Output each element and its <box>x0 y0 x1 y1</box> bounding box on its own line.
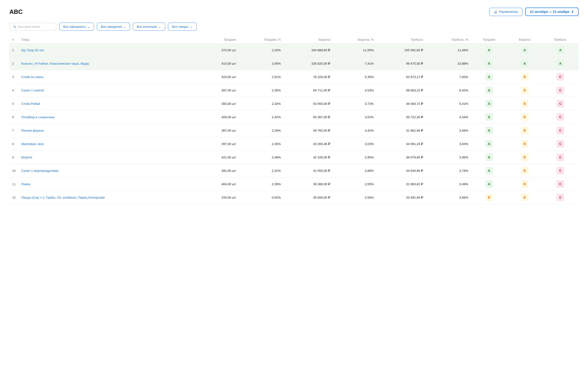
cell-profit-pct: 5,41% <box>426 97 471 110</box>
cell-sales-pct: 2,45% <box>239 57 284 70</box>
col-profit-pct: Прибыль, % <box>426 36 471 43</box>
filter-venues[interactable]: Все заведения <box>97 22 130 31</box>
filters-row: Быстрый поиск Все официанты Все заведени… <box>10 22 578 31</box>
cell-num: 9 <box>10 151 18 164</box>
cell-product[interactable]: Пицца (Сыр × 2, Грибы, Ох. колбаски, Пер… <box>18 191 198 204</box>
cell-revenue: 53 055,00 ₽ <box>284 97 333 110</box>
cell-revenue-pct: 3,42% <box>333 124 376 137</box>
cell-sales-pct: 2,35% <box>239 137 284 151</box>
cell-num: 1 <box>10 43 18 57</box>
cell-abc-profit: C <box>542 151 578 164</box>
search-icon <box>13 25 16 28</box>
table-row: 6 Пломбир в стаканчике 409,00 шт 2,42% 5… <box>10 110 578 124</box>
cell-revenue-pct: 3,52% <box>333 110 376 124</box>
cell-profit-pct: 3,48% <box>426 124 471 137</box>
cell-abc-profit: C <box>542 164 578 178</box>
cell-profit: 39 722,30 ₽ <box>376 110 426 124</box>
cell-abc-profit: C <box>542 178 578 191</box>
table-row: 10 Салат с морепродуктами 391,00 шт 2,31… <box>10 164 578 178</box>
cell-profit-pct: 3,79% <box>426 164 471 178</box>
cell-product[interactable]: Салат с семгой <box>18 84 198 97</box>
table-row: 11 Рожок 404,00 шт 2,39% 36 360,00 ₽ 2,5… <box>10 178 578 191</box>
cell-profit: 34 991,24 ₽ <box>376 137 426 151</box>
cell-profit: 63 973,17 ₽ <box>376 70 426 84</box>
cell-sales-qty: 387,00 шт <box>198 124 239 137</box>
cell-sales-pct: 2,29% <box>239 124 284 137</box>
cell-abc-sales: A <box>471 110 507 124</box>
cell-sales-qty: 424,00 шт <box>198 70 239 84</box>
cell-product[interactable]: Borjomi <box>18 151 198 164</box>
col-num: # <box>10 36 18 43</box>
search-box[interactable]: Быстрый поиск <box>10 23 56 31</box>
cell-sales-pct: 2,39% <box>239 178 284 191</box>
table-row: 4 Салат с семгой 397,00 шт 2,35% 64 711,… <box>10 84 578 97</box>
filter-categories[interactable]: Все категории <box>133 22 165 31</box>
cell-product[interactable]: Шу Пуэр 20 лет <box>18 43 198 57</box>
cell-abc-revenue: B <box>507 151 542 164</box>
print-button[interactable]: Распечатать <box>489 8 523 16</box>
filter-products[interactable]: Все товары <box>168 22 197 31</box>
cell-product[interactable]: Салат с морепродуктами <box>18 164 198 178</box>
cell-revenue: 105 825,00 ₽ <box>284 57 333 70</box>
cell-abc-revenue: B <box>507 84 542 97</box>
cell-abc-profit: C <box>542 137 578 151</box>
cell-abc-sales: A <box>471 57 507 70</box>
cell-product[interactable]: Стейк Рибай <box>18 97 198 110</box>
cell-profit: 105 091,82 ₽ <box>376 43 426 57</box>
cell-num: 2 <box>10 57 18 70</box>
cell-num: 11 <box>10 178 18 191</box>
cell-sales-pct: 0,92% <box>239 191 284 204</box>
cell-abc-sales: A <box>471 43 507 57</box>
cell-revenue-pct: 3,72% <box>333 97 376 110</box>
cell-revenue-pct: 4,53% <box>333 84 376 97</box>
table-row: 7 Речная форель 387,00 шт 2,29% 48 762,0… <box>10 124 578 137</box>
cell-abc-sales: A <box>471 137 507 151</box>
col-profit: Прибыль <box>376 36 426 43</box>
cell-sales-qty: 421,00 шт <box>198 151 239 164</box>
cell-sales-qty: 397,00 шт <box>198 84 239 97</box>
cell-profit: 99 475,50 ₽ <box>376 57 426 70</box>
table-header-row: # Товар Продажи Продажи, % Выручка Выруч… <box>10 36 578 43</box>
cell-profit: 33 491,64 ₽ <box>376 191 426 204</box>
cell-revenue-pct: 7,41% <box>333 57 376 70</box>
cell-abc-sales: B <box>471 191 507 204</box>
cell-revenue: 48 762,00 ₽ <box>284 124 333 137</box>
cell-abc-revenue: B <box>507 97 542 110</box>
cell-profit-pct: 10,88% <box>426 57 471 70</box>
cell-revenue: 50 307,00 ₽ <box>284 110 333 124</box>
cell-sales-pct: 2,42% <box>239 110 284 124</box>
cell-sales-qty: 409,00 шт <box>198 110 239 124</box>
cell-abc-profit: C <box>542 97 578 110</box>
cell-abc-profit: A <box>542 43 578 57</box>
cell-product[interactable]: Рожок <box>18 178 198 191</box>
cell-product[interactable]: Кальян ( Al Fakher, Классическая чаша, В… <box>18 57 198 70</box>
cell-product[interactable]: Пломбир в стаканчике <box>18 110 198 124</box>
cell-profit-pct: 4,34% <box>426 110 471 124</box>
cell-abc-revenue: B <box>507 124 542 137</box>
print-icon <box>494 10 497 14</box>
cell-num: 7 <box>10 124 18 137</box>
header-actions: Распечатать 21 октября — 21 ноября ⇕ <box>489 8 578 16</box>
cell-product[interactable]: Manhattan Jack <box>18 137 198 151</box>
cell-profit-pct: 3,49% <box>426 178 471 191</box>
cell-num: 10 <box>10 164 18 178</box>
cell-abc-revenue: B <box>507 164 542 178</box>
cell-product[interactable]: Стейк из семги <box>18 70 198 84</box>
table-row: 1 Шу Пуэр 20 лет 372,00 шт 2,20% 164 889… <box>10 43 578 57</box>
cell-num: 6 <box>10 110 18 124</box>
cell-product[interactable]: Речная форель <box>18 124 198 137</box>
cell-sales-qty: 415,00 шт <box>198 57 239 70</box>
filter-waiters[interactable]: Все официанты <box>59 22 94 31</box>
date-range-button[interactable]: 21 октября — 21 ноября ⇕ <box>525 8 578 16</box>
table-row: 5 Стейк Рибай 393,00 шт 2,32% 53 055,00 … <box>10 97 578 110</box>
cell-sales-pct: 2,51% <box>239 70 284 84</box>
cell-sales-qty: 393,00 шт <box>198 97 239 110</box>
chevron-down-icon <box>87 25 90 28</box>
cell-abc-revenue: B <box>507 137 542 151</box>
col-product: Товар <box>18 36 198 43</box>
data-table-wrap: # Товар Продажи Продажи, % Выручка Выруч… <box>10 36 578 204</box>
cell-revenue-pct: 2,55% <box>333 178 376 191</box>
search-placeholder: Быстрый поиск <box>18 25 40 28</box>
cell-revenue-pct: 2,95% <box>333 151 376 164</box>
table-row: 8 Manhattan Jack 397,00 шт 2,35% 43 265,… <box>10 137 578 151</box>
